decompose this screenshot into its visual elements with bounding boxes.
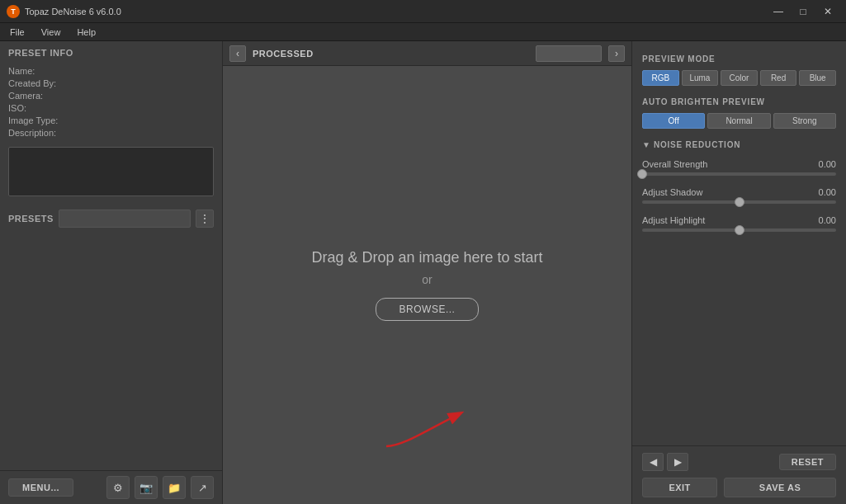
preset-imagetype-label: Image Type: [8,115,74,125]
canvas-area[interactable]: Drag & Drop an image here to start or BR… [223,66,631,504]
preset-imagetype-row: Image Type: [8,115,214,125]
adjust-shadow-track[interactable] [642,200,836,204]
presets-menu-icon[interactable]: ⋮ [196,210,214,228]
preview-mode-title: PREVIEW MODE [642,54,836,64]
next-nav-btn[interactable]: ▶ [667,453,688,471]
presets-dropdown[interactable] [59,210,191,228]
adjust-highlight-value: 0.00 [811,215,836,225]
close-button[interactable]: ✕ [816,3,839,20]
adjust-shadow-label-row: Adjust Shadow 0.00 [642,187,836,197]
bottom-icons: ⚙ 📷 📁 ↗ [106,476,214,499]
overall-strength-thumb[interactable] [637,169,647,179]
adjust-highlight-thumb[interactable] [735,225,744,235]
browse-button[interactable]: BROWSE... [376,298,480,321]
mode-color[interactable]: Color [721,70,758,86]
prev-nav-btn[interactable]: ◀ [642,453,664,471]
preset-info-section: Name: Created By: Camera: ISO: Image Typ… [0,63,222,144]
overall-strength-track[interactable] [642,172,836,176]
or-text: or [422,273,432,286]
center-toolbar: ‹ PROCESSED › [223,41,631,66]
preset-created-label: Created By: [8,78,74,88]
save-as-button[interactable]: SAVE AS [724,478,836,497]
preset-desc-label: Description: [8,128,74,138]
drop-text: Drag & Drop an image here to start [311,249,542,266]
preset-created-row: Created By: [8,78,214,88]
overall-strength-label: Overall Strength [642,159,707,169]
adjust-highlight-label: Adjust Highlight [642,215,705,225]
reset-button[interactable]: RESET [779,454,836,470]
minimize-button[interactable]: — [767,3,790,20]
collapse-icon: ▼ [642,140,650,149]
preset-info-title: PRESET INFO [0,41,222,63]
settings-icon-btn[interactable]: ⚙ [106,476,130,499]
main-layout: PRESET INFO Name: Created By: Camera: IS… [0,41,846,504]
next-arrow[interactable]: › [608,45,625,62]
preset-camera-label: Camera: [8,91,74,101]
menu-button[interactable]: MENU... [8,478,73,497]
preview-mode-buttons: RGB Luma Color Red Blue [642,70,836,86]
preset-iso-row: ISO: [8,103,214,113]
adjust-highlight-track[interactable] [642,228,836,232]
view-mode-label: PROCESSED [253,49,529,59]
right-panel-bottom: ◀ ▶ RESET EXIT SAVE AS [632,445,846,504]
menu-help[interactable]: Help [70,26,102,39]
menu-bar: File View Help [0,23,846,41]
center-panel: ‹ PROCESSED › Drag & Drop an image here … [223,41,631,504]
noise-reduction-title: NOISE REDUCTION [654,140,740,149]
auto-brighten-title: AUTO BRIGHTEN PREVIEW [642,97,836,106]
menu-file[interactable]: File [3,26,31,39]
mode-red[interactable]: Red [760,70,797,86]
presets-label: PRESETS [8,214,54,224]
title-bar: T Topaz DeNoise 6 v6.0.0 — □ ✕ [0,0,846,23]
right-panel: PREVIEW MODE RGB Luma Color Red Blue AUT… [631,41,846,504]
nav-btns: ◀ ▶ [642,453,688,471]
folder-icon-btn[interactable]: 📁 [163,476,186,499]
arrow-annotation [378,405,477,455]
search-input[interactable] [536,45,602,62]
app-icon: T [7,5,20,18]
preset-iso-label: ISO: [8,103,74,113]
exit-button[interactable]: EXIT [642,478,717,497]
mode-luma[interactable]: Luma [682,70,719,86]
auto-brighten-buttons: Off Normal Strong [642,113,836,129]
title-bar-left: T Topaz DeNoise 6 v6.0.0 [7,5,121,18]
left-panel: PRESET INFO Name: Created By: Camera: IS… [0,41,223,504]
overall-strength-row: Overall Strength 0.00 [642,159,836,176]
adjust-highlight-label-row: Adjust Highlight 0.00 [642,215,836,225]
camera-icon-btn[interactable]: 📷 [135,476,158,499]
right-panel-content: PREVIEW MODE RGB Luma Color Red Blue AUT… [632,41,846,445]
mode-rgb[interactable]: RGB [642,70,679,86]
adjust-shadow-value: 0.00 [811,187,836,197]
adjust-shadow-row: Adjust Shadow 0.00 [642,187,836,204]
mode-blue[interactable]: Blue [799,70,836,86]
adjust-highlight-row: Adjust Highlight 0.00 [642,215,836,232]
maximize-button[interactable]: □ [792,3,815,20]
prev-arrow[interactable]: ‹ [229,45,246,62]
description-textbox[interactable] [8,147,214,196]
preset-desc-row: Description: [8,128,214,138]
brighten-off[interactable]: Off [642,113,705,129]
preset-camera-row: Camera: [8,91,214,101]
adjust-shadow-thumb[interactable] [735,197,744,207]
bottom-action-row: EXIT SAVE AS [642,478,836,497]
menu-view[interactable]: View [35,26,68,39]
left-panel-bottom: MENU... ⚙ 📷 📁 ↗ [0,470,222,504]
overall-strength-label-row: Overall Strength 0.00 [642,159,836,169]
nav-reset-row: ◀ ▶ RESET [642,453,836,471]
noise-reduction-section: ▼ NOISE REDUCTION [642,140,836,149]
window-controls: — □ ✕ [767,3,839,20]
preset-name-label: Name: [8,66,74,76]
overall-strength-value: 0.00 [811,159,836,169]
export-icon-btn[interactable]: ↗ [191,476,214,499]
presets-section: PRESETS ⋮ [0,203,222,233]
brighten-normal[interactable]: Normal [707,113,770,129]
preset-name-row: Name: [8,66,214,76]
window-title: Topaz DeNoise 6 v6.0.0 [25,7,121,16]
brighten-strong[interactable]: Strong [773,113,836,129]
adjust-shadow-label: Adjust Shadow [642,187,702,197]
